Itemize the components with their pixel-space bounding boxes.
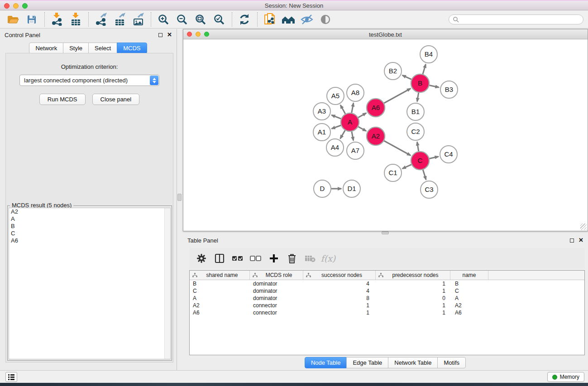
table-row[interactable]: A2connector11A2 [190,302,584,309]
tab-select[interactable]: Select [88,43,117,54]
open-file-button[interactable] [5,12,21,27]
column-header-successor-nodes[interactable]: successor nodes [303,271,376,280]
table-cell: 1 [303,302,376,309]
search-input[interactable] [461,16,579,23]
tab-network[interactable]: Network [29,43,63,54]
graph-node-label-A6: A6 [372,104,380,111]
import-table-icon [70,13,82,26]
graph-edge-A2-C[interactable] [384,141,411,155]
task-history-button[interactable] [5,372,17,382]
criterion-select[interactable]: largest connected component (directed) [19,75,159,86]
graph-edge-C-C3[interactable] [423,170,426,180]
float-panel-icon[interactable] [158,33,163,37]
create-column-button[interactable] [266,251,282,266]
float-table-panel-icon[interactable] [570,238,574,243]
desktop-edge [0,383,588,386]
deselect-all-rows-button[interactable] [248,251,263,266]
zoom-selected-button[interactable] [211,12,227,27]
tab-style[interactable]: Style [63,43,89,54]
memory-button[interactable]: Memory [547,372,584,382]
graph-node-label-C4: C4 [444,150,453,158]
graph-edge-A-A6[interactable] [358,113,366,118]
table-options-button[interactable] [194,251,209,266]
export-image-button[interactable] [130,12,146,27]
zoom-out-button[interactable] [174,12,190,27]
horizontal-splitter-handle[interactable] [382,231,389,234]
table-cell: 1 [376,310,450,316]
column-header-name[interactable]: name [450,271,488,280]
mcds-result-item[interactable]: A6 [9,237,170,244]
graph-edge-A-A8[interactable] [352,103,354,113]
export-network-button[interactable] [93,12,109,27]
mcds-result-list[interactable]: A2ABCA6 [9,208,171,359]
table-cell: dominator [250,281,303,287]
zoom-fit-button[interactable] [193,12,208,27]
delete-table-button[interactable] [302,251,318,266]
table-panel-header: Table Panel ✕ [183,234,588,246]
hide-graphics-details-button[interactable] [299,12,315,27]
export-table-button[interactable] [112,12,127,27]
tab-node-table[interactable]: Node Table [305,357,347,368]
graph-edge-A-A4[interactable] [340,130,345,138]
table-cell: A [190,295,250,301]
tab-motifs[interactable]: Motifs [437,357,466,368]
tab-edge-table[interactable]: Edge Table [346,357,388,368]
houses-button[interactable] [281,12,296,27]
table-row[interactable]: Bdominator41B [190,280,584,287]
birds-eye-view-button[interactable] [318,12,333,27]
delete-table-icon [305,254,316,263]
column-header-mcds-role[interactable]: MCDS role [250,271,303,280]
delete-column-button[interactable] [284,251,300,266]
function-builder-button[interactable]: f(x) [320,251,336,266]
show-columns-button[interactable] [212,251,227,266]
run-mcds-button[interactable]: Run MCDS [39,94,86,105]
close-panel-button[interactable]: Close panel [92,94,140,105]
session-document-button[interactable] [262,12,277,27]
graph-node-label-A1: A1 [318,128,326,136]
select-all-rows-button[interactable] [230,251,245,266]
zoom-in-button[interactable] [156,12,171,27]
close-table-panel-icon[interactable]: ✕ [578,238,583,243]
column-header-shared-name[interactable]: shared name [190,271,250,280]
graph-edge-C-C1[interactable] [402,165,411,169]
mcds-result-item[interactable]: A2 [9,208,170,215]
import-network-button[interactable] [49,12,65,27]
graph-node-label-A: A [348,118,352,126]
graph-edge-A6-B[interactable] [384,89,411,103]
control-panel-tabs: NetworkStyleSelectMCDS [0,43,177,54]
graph-edge-A-A1[interactable] [332,125,341,129]
mcds-result-item[interactable]: B [9,223,170,230]
close-panel-icon[interactable]: ✕ [167,33,172,37]
tab-network-table[interactable]: Network Table [388,357,438,368]
table-cell: C [450,288,488,294]
graph-node-label-A4: A4 [331,143,339,151]
resize-grip-icon[interactable] [580,224,587,230]
network-canvas[interactable]: B4B2BB3A5A8A6A3B1AC2A1A2A4A7C4CC1DD1C3 [183,39,588,231]
column-header-predecessor-nodes[interactable]: predecessor nodes [376,271,450,280]
refresh-icon [239,14,250,25]
graph-edge-A-A3[interactable] [331,115,341,119]
graph-edge-A-A5[interactable] [340,105,345,114]
graph-edge-B-B4[interactable] [423,64,425,74]
vertical-splitter-handle[interactable] [177,194,182,201]
tab-mcds[interactable]: MCDS [117,43,147,54]
network-view-window: testGlobe.txt B4B2BB3A5A8A6A3B1AC2A1A2A4… [183,29,588,231]
graph-edge-A-A2[interactable] [358,127,366,131]
mcds-result-item[interactable]: C [9,230,170,237]
optimization-criterion-label: Optimization criterion: [6,63,173,70]
select-stepper-icon [150,76,158,85]
table-row[interactable]: Cdominator41C [190,287,584,295]
refresh-button[interactable] [237,12,252,27]
graph-edge-B-B3[interactable] [430,85,439,87]
graph-edge-C-C4[interactable] [429,157,438,158]
save-session-button[interactable] [24,12,39,27]
graph-edge-C-C2[interactable] [417,142,419,152]
graph-edge-A-A7[interactable] [352,132,354,141]
mcds-result-item[interactable]: A [9,215,170,223]
scrollbar-track[interactable] [164,208,170,359]
table-row[interactable]: A6connector11A6 [190,309,584,316]
table-row[interactable]: Adominator80A [190,295,584,302]
graph-edge-B-B2[interactable] [402,75,411,79]
import-table-button[interactable] [68,12,83,27]
graph-edge-B-B1[interactable] [417,93,419,102]
